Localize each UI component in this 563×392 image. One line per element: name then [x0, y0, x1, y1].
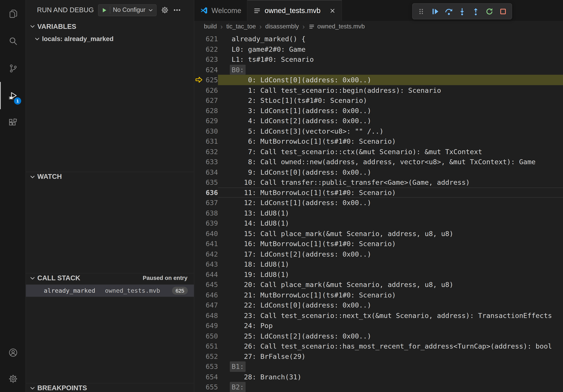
code-line-640[interactable]: 640 15: Call place_mark(&mut Scenario, a… [194, 228, 563, 239]
glyph-margin[interactable] [194, 116, 204, 126]
code-line-653[interactable]: 653B1: [194, 361, 563, 372]
code-line-624[interactable]: 624B0: [194, 65, 563, 75]
glyph-margin[interactable] [194, 249, 204, 259]
glyph-margin[interactable] [194, 197, 204, 208]
code-line-651[interactable]: 651 26: Call test_scenario::has_most_rec… [194, 341, 563, 351]
glyph-margin[interactable] [194, 177, 204, 187]
breadcrumb-item[interactable]: build [204, 23, 217, 30]
breadcrumb-item[interactable]: disassembly [265, 23, 299, 30]
glyph-margin[interactable] [194, 300, 204, 310]
glyph-margin[interactable] [194, 279, 204, 290]
continue-button[interactable] [428, 5, 441, 18]
debug-settings-gear-button[interactable] [161, 6, 169, 14]
code-line-628[interactable]: 628 3: LdConst[1](address: 0x00..) [194, 105, 563, 116]
code-line-632[interactable]: 632 7: Call test_scenario::ctx(&mut Scen… [194, 146, 563, 157]
glyph-margin[interactable] [194, 218, 204, 228]
glyph-margin[interactable] [194, 321, 204, 331]
breadcrumb-item-file[interactable]: owned_tests.mvb [308, 23, 365, 30]
glyph-margin[interactable] [194, 228, 204, 239]
glyph-margin[interactable] [194, 259, 204, 269]
tab-welcome[interactable]: Welcome [194, 0, 247, 21]
code-line-641[interactable]: 641 16: MutBorrowLoc[1](ts#1#0: Scenario… [194, 239, 563, 249]
glyph-margin[interactable] [194, 105, 204, 116]
code-line-636[interactable]: 636 11: MutBorrowLoc[1](ts#1#0: Scenario… [194, 187, 563, 197]
code-editor[interactable]: 621already_marked() {622L0: game#2#0: Ga… [194, 32, 563, 392]
code-line-642[interactable]: 642 17: LdConst[2](address: 0x00..) [194, 249, 563, 259]
code-line-633[interactable]: 633 8: Call owned::new(address, address,… [194, 157, 563, 167]
section-breakpoints[interactable]: BREAKPOINTS [26, 383, 194, 392]
sidebar-item-source-control[interactable] [0, 55, 26, 82]
step-into-button[interactable] [456, 5, 469, 18]
glyph-margin[interactable] [194, 341, 204, 351]
glyph-margin[interactable] [194, 157, 204, 167]
debug-launch-config-dropdown[interactable]: No Configur [98, 4, 157, 16]
code-line-635[interactable]: 635 10: Call transfer::public_transfer<G… [194, 177, 563, 187]
close-icon[interactable] [329, 7, 335, 14]
code-line-650[interactable]: 650 25: LdConst[2](address: 0x00..) [194, 331, 563, 341]
accounts-button[interactable] [0, 340, 26, 366]
step-out-button[interactable] [469, 5, 482, 18]
settings-button[interactable] [0, 366, 26, 392]
code-line-645[interactable]: 645 20: Call place_mark(&mut Scenario, a… [194, 279, 563, 290]
code-line-639[interactable]: 639 14: LdU8(1) [194, 218, 563, 228]
gripper-icon[interactable] [415, 5, 428, 18]
breadcrumb-item[interactable]: tic_tac_toe [226, 23, 256, 30]
glyph-margin[interactable] [194, 95, 204, 105]
variables-scope-locals[interactable]: locals: already_marked [26, 34, 194, 44]
code-line-623[interactable]: 623L1: ts#1#0: Scenario [194, 54, 563, 65]
glyph-margin[interactable] [194, 382, 204, 392]
code-line-649[interactable]: 649 24: Pop [194, 321, 563, 331]
glyph-margin[interactable] [194, 187, 204, 197]
glyph-margin[interactable] [194, 136, 204, 146]
code-line-655[interactable]: 655B2: [194, 382, 563, 392]
section-variables[interactable]: VARIABLES [26, 22, 194, 31]
restart-button[interactable] [483, 5, 496, 18]
code-line-631[interactable]: 631 6: MutBorrowLoc[1](ts#1#0: Scenario) [194, 136, 563, 146]
code-line-637[interactable]: 637 12: LdConst[1](address: 0x00..) [194, 197, 563, 208]
glyph-margin[interactable] [194, 290, 204, 300]
code-line-646[interactable]: 646 21: MutBorrowLoc[1](ts#1#0: Scenario… [194, 290, 563, 300]
glyph-margin[interactable] [194, 208, 204, 218]
code-line-643[interactable]: 643 18: LdU8(1) [194, 259, 563, 269]
glyph-margin[interactable] [194, 351, 204, 361]
sidebar-item-extensions[interactable] [0, 109, 26, 136]
glyph-margin[interactable] [194, 372, 204, 382]
glyph-margin[interactable] [194, 34, 204, 44]
code-line-652[interactable]: 652 27: BrFalse(29) [194, 351, 563, 361]
section-watch[interactable]: WATCH [26, 172, 194, 181]
code-line-621[interactable]: 621already_marked() { [194, 34, 563, 44]
glyph-margin[interactable] [194, 269, 204, 279]
glyph-margin[interactable] [194, 54, 204, 65]
glyph-margin[interactable] [194, 44, 204, 54]
code-line-634[interactable]: 634 9: LdConst[0](address: 0x00..) [194, 167, 563, 177]
glyph-margin[interactable] [194, 146, 204, 157]
stop-button[interactable] [497, 5, 510, 18]
code-line-638[interactable]: 638 13: LdU8(1) [194, 208, 563, 218]
code-line-625[interactable]: 625 0: LdConst[0](address: 0x00..) [194, 75, 563, 85]
code-line-644[interactable]: 644 19: LdU8(1) [194, 269, 563, 279]
sidebar-item-explorer[interactable] [0, 0, 26, 27]
step-over-button[interactable] [442, 5, 455, 18]
code-line-647[interactable]: 647 22: LdConst[0](address: 0x00..) [194, 300, 563, 310]
code-line-626[interactable]: 626 1: Call test_scenario::begin(address… [194, 85, 563, 95]
more-actions-button[interactable] [173, 6, 181, 14]
sidebar-item-search[interactable] [0, 27, 26, 54]
glyph-margin[interactable] [194, 239, 204, 249]
glyph-margin[interactable] [194, 126, 204, 136]
glyph-margin[interactable] [194, 65, 204, 75]
section-call-stack[interactable]: CALL STACK Paused on entry [26, 273, 194, 283]
glyph-margin[interactable] [194, 85, 204, 95]
code-line-629[interactable]: 629 4: LdConst[2](address: 0x00..) [194, 116, 563, 126]
code-line-648[interactable]: 648 23: Call test_scenario::next_tx(&mut… [194, 310, 563, 321]
glyph-margin[interactable] [194, 310, 204, 321]
code-line-654[interactable]: 654 28: Branch(31) [194, 372, 563, 382]
glyph-margin[interactable] [194, 167, 204, 177]
glyph-margin[interactable] [194, 361, 204, 372]
code-line-622[interactable]: 622L0: game#2#0: Game [194, 44, 563, 54]
call-stack-frame[interactable]: already_marked owned_tests.mvb 625 [26, 285, 194, 297]
glyph-margin[interactable] [194, 331, 204, 341]
sidebar-item-run-and-debug[interactable]: 1 [0, 82, 26, 109]
tab-owned-tests[interactable]: owned_tests.mvb [247, 0, 342, 21]
code-line-630[interactable]: 630 5: LdConst[3](vector<u8>: "" /..) [194, 126, 563, 136]
code-line-627[interactable]: 627 2: StLoc[1](ts#1#0: Scenario) [194, 95, 563, 105]
